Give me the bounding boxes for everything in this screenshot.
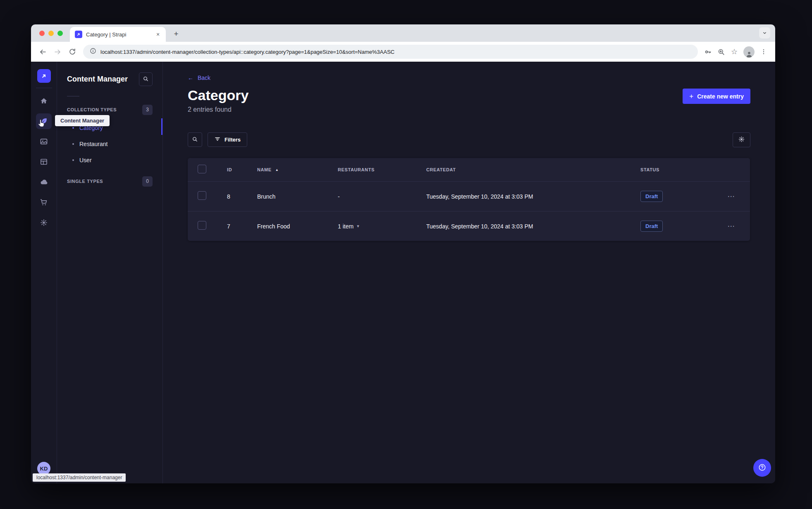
rail-item-marketplace[interactable] (34, 192, 54, 212)
section-label: SINGLE TYPES (67, 179, 103, 184)
browser-toolbar: localhost:1337/admin/content-manager/col… (31, 42, 775, 62)
status-badge: Draft (640, 221, 663, 232)
browser-status-bar: localhost:1337/admin/content-manager (33, 473, 126, 482)
column-header-restaurants[interactable]: RESTAURANTS (330, 167, 418, 172)
help-button[interactable] (753, 459, 771, 477)
tab-close-icon[interactable]: × (154, 31, 162, 38)
rail-item-content-type-builder[interactable] (34, 151, 54, 172)
sidebar-item-label: Restaurant (79, 141, 107, 147)
table-header-row: ID NAME ▲ RESTAURANTS CREATEDAT STATUS (188, 158, 750, 181)
new-tab-button[interactable]: + (171, 29, 182, 39)
window-zoom-button[interactable] (57, 31, 63, 36)
mouse-cursor-hand (37, 119, 46, 130)
back-arrow-icon: ← (188, 74, 193, 81)
chevron-down-icon: ▾ (357, 223, 359, 229)
url-text: localhost:1337/admin/content-manager/col… (100, 49, 394, 55)
password-key-icon[interactable] (702, 46, 714, 58)
select-all-checkbox[interactable] (198, 165, 206, 173)
rail-item-home[interactable] (34, 91, 54, 111)
subnav-title: Content Manager (67, 75, 128, 84)
desktop-background: Category | Strapi × + local (0, 0, 812, 509)
strapi-logo[interactable] (37, 69, 51, 83)
search-icon (192, 136, 198, 144)
entries-count: 2 entries found (188, 106, 750, 113)
cell-id: 8 (219, 193, 249, 200)
table-settings-button[interactable] (733, 132, 750, 147)
page-title: Category (188, 87, 750, 103)
cell-createdat: Tuesday, September 10, 2024 at 3:03 PM (418, 223, 632, 230)
window-minimize-button[interactable] (48, 31, 54, 36)
main-content: ← Back Category 2 entries found + Create… (163, 62, 775, 483)
sidebar-item-restaurant[interactable]: Restaurant (57, 136, 162, 152)
entries-table: ID NAME ▲ RESTAURANTS CREATEDAT STATUS (188, 158, 750, 241)
sort-ascending-icon: ▲ (275, 168, 279, 172)
filters-button[interactable]: Filters (208, 132, 247, 147)
browser-window: Category | Strapi × + local (31, 24, 775, 483)
browser-profile-avatar[interactable] (743, 46, 755, 58)
column-header-name[interactable]: NAME ▲ (257, 167, 330, 172)
strapi-favicon-icon (75, 31, 82, 38)
question-mark-icon (758, 463, 767, 473)
collection-types-count-badge: 3 (142, 105, 153, 115)
bookmark-star-icon[interactable]: ☆ (728, 46, 740, 58)
browser-tab[interactable]: Category | Strapi × (70, 27, 166, 42)
row-checkbox[interactable] (198, 191, 206, 200)
back-button-icon[interactable] (37, 46, 48, 58)
zoom-magnifier-icon[interactable] (715, 46, 727, 58)
subnav-divider (67, 96, 79, 96)
create-new-entry-button[interactable]: + Create new entry (683, 89, 750, 104)
cell-name: French Food (249, 223, 330, 230)
site-info-icon[interactable] (90, 48, 96, 56)
restaurants-dropdown[interactable]: 1 item ▾ (338, 223, 418, 230)
table-row[interactable]: 7 French Food 1 item ▾ Tuesday, Septembe… (188, 211, 750, 241)
row-checkbox[interactable] (198, 221, 206, 230)
window-close-button[interactable] (39, 31, 45, 36)
home-icon (36, 93, 52, 109)
toolbar-actions: ☆ (702, 46, 769, 58)
gear-icon (738, 136, 745, 144)
bullet-icon (72, 159, 74, 161)
single-types-count-badge: 0 (142, 176, 153, 187)
tab-title: Category | Strapi (86, 31, 154, 38)
sidebar-item-user[interactable]: User (57, 152, 162, 168)
cell-name: Brunch (249, 193, 330, 200)
bullet-icon (72, 143, 74, 145)
collection-types-section: COLLECTION TYPES 3 (57, 104, 162, 115)
row-actions-menu[interactable]: ⋯ (728, 222, 735, 230)
rail-item-media-library[interactable] (34, 131, 54, 151)
strapi-admin-app: KD Content Manager COLLECTION TYPES 3 (31, 62, 775, 483)
address-bar[interactable]: localhost:1337/admin/content-manager/col… (83, 45, 698, 59)
browser-menu-icon[interactable] (758, 46, 769, 58)
column-header-createdat[interactable]: CREATEDAT (418, 167, 632, 172)
window-controls (39, 31, 63, 36)
back-label: Back (198, 74, 210, 81)
rail-item-cloud[interactable] (34, 172, 54, 192)
shopping-cart-icon (36, 194, 52, 210)
gear-icon (36, 215, 52, 230)
tab-strip-chevron-icon[interactable] (759, 27, 770, 38)
rail-item-settings[interactable] (34, 212, 54, 233)
subnav-search-button[interactable] (139, 72, 153, 86)
column-header-status[interactable]: STATUS (632, 167, 712, 172)
browser-tab-strip: Category | Strapi × + (31, 24, 775, 42)
search-icon (143, 76, 149, 83)
cloud-icon (36, 174, 52, 190)
filters-label: Filters (224, 137, 241, 143)
single-types-section: SINGLE TYPES 0 (57, 176, 162, 187)
table-row[interactable]: 8 Brunch - Tuesday, September 10, 2024 a… (188, 181, 750, 211)
reload-button-icon[interactable] (67, 46, 78, 58)
column-header-id[interactable]: ID (219, 167, 249, 172)
bullet-icon (72, 127, 74, 129)
cell-createdat: Tuesday, September 10, 2024 at 3:03 PM (418, 193, 632, 200)
active-item-indicator (161, 118, 162, 135)
content-type-builder-icon (36, 154, 52, 170)
plus-icon: + (689, 92, 693, 101)
filter-icon (214, 136, 221, 144)
forward-button-icon[interactable] (52, 46, 63, 58)
row-actions-menu[interactable]: ⋯ (728, 192, 735, 201)
back-link[interactable]: ← Back (188, 74, 210, 81)
rail-divider (36, 88, 52, 88)
cell-restaurants: - (330, 193, 418, 200)
sidebar-item-label: User (79, 157, 92, 163)
table-search-button[interactable] (188, 132, 202, 147)
